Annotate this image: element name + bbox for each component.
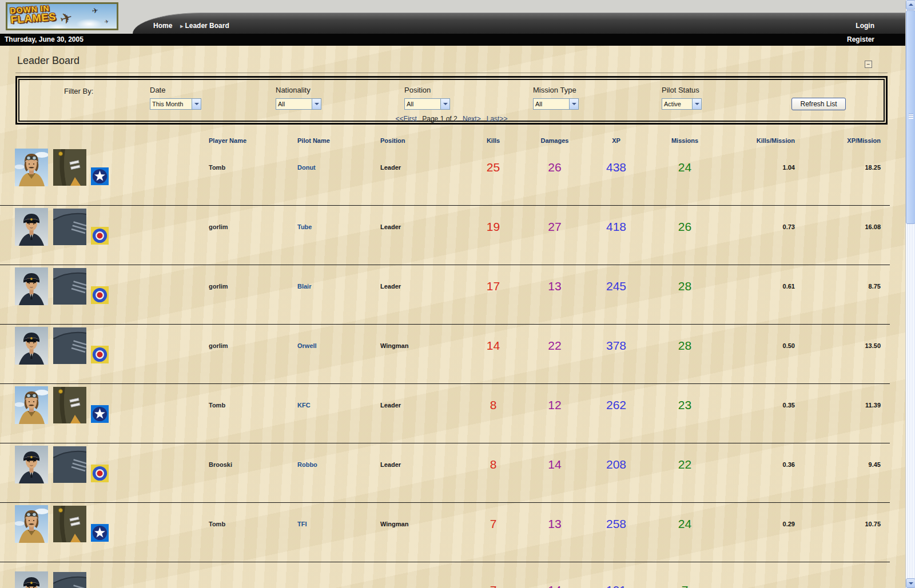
pilot-images — [0, 571, 194, 588]
current-date: Thursday, June 30, 2005 — [5, 34, 83, 46]
scrollbar-up-button[interactable] — [906, 0, 915, 10]
nationality-badge-icon — [91, 524, 109, 542]
mission-type-select-value: All — [534, 101, 569, 107]
kills-per-mission-value: 0.35 — [718, 386, 795, 424]
scrollbar-thumb[interactable] — [906, 10, 915, 224]
pilot-name[interactable]: Orwell — [283, 327, 366, 365]
uniform-image — [53, 327, 86, 364]
player-name: gorlim — [194, 267, 283, 305]
column-header-damages: Damages — [529, 137, 580, 144]
xp-value: 418 — [580, 208, 652, 246]
position-value: Wingman — [366, 505, 458, 543]
pilot-portrait — [15, 149, 48, 186]
column-header-kills: Kills — [458, 137, 529, 144]
xp-value: 262 — [580, 386, 652, 424]
missions-value: 23 — [652, 386, 718, 424]
column-header-missions: Missions — [652, 137, 718, 144]
pagination: <<First Page 1 of 2 Next> Last>> — [19, 115, 884, 123]
xp-per-mission-value: 13.50 — [795, 327, 881, 365]
date-bar: Thursday, June 30, 2005 Register — [0, 34, 905, 46]
pilot-portrait — [15, 327, 48, 365]
uniform-image — [53, 268, 86, 305]
nationality-select[interactable]: All — [276, 98, 321, 110]
breadcrumb-arrow-icon: ▸ — [180, 23, 183, 29]
nationality-select-value: All — [276, 101, 312, 107]
position-value: Leader — [366, 386, 458, 424]
xp-per-mission-value: 8.75 — [795, 267, 881, 305]
pilot-images — [0, 149, 194, 186]
pilot-portrait — [15, 208, 48, 246]
pilot-name[interactable]: Tube — [283, 208, 366, 246]
refresh-list-button[interactable]: Refresh List — [791, 98, 846, 110]
login-link[interactable]: Login — [856, 22, 874, 30]
date-filter-label: Date — [150, 86, 201, 94]
leaderboard-rows: Tomb Donut Leader 25 26 438 24 1.04 18.2… — [0, 146, 890, 588]
table-row: Tomb TFI Wingman 7 13 258 24 0.29 10.75 — [0, 503, 890, 562]
collapse-panel-button[interactable]: − — [865, 61, 872, 68]
missions-value: 24 — [652, 505, 718, 543]
pilot-images — [0, 327, 194, 365]
nationality-badge-icon — [91, 346, 109, 363]
site-logo[interactable]: ✈ ✈ ✈ DOWN IN FLAMES — [6, 2, 118, 30]
position-value — [366, 571, 458, 588]
damages-value: 13 — [529, 267, 580, 305]
column-header-player-name: Player Name — [194, 137, 283, 144]
filter-group-mission-type: Mission Type All — [533, 86, 579, 110]
scrollbar-down-button[interactable] — [906, 578, 915, 588]
plane-icon: ✈ — [104, 18, 110, 25]
pagination-next-link[interactable]: Next> — [463, 115, 481, 123]
xp-per-mission-value: 9.45 — [795, 446, 881, 483]
vertical-scrollbar[interactable] — [905, 0, 915, 588]
damages-value: 26 — [529, 149, 580, 186]
position-filter-label: Position — [404, 86, 450, 94]
logo-text: DOWN IN FLAMES — [10, 3, 57, 25]
chevron-down-icon — [192, 99, 201, 109]
kills-per-mission-value — [718, 571, 795, 588]
pilot-name[interactable]: Blair — [283, 267, 366, 305]
kills-per-mission-value: 0.73 — [718, 208, 795, 246]
uniform-image — [53, 387, 86, 423]
pilot-portrait — [15, 571, 48, 588]
xp-value: 438 — [580, 149, 652, 186]
xp-value: 208 — [580, 446, 652, 483]
register-link[interactable]: Register — [847, 34, 874, 46]
missions-value: 24 — [652, 149, 718, 186]
pilot-status-select[interactable]: Active — [662, 98, 702, 110]
pilot-name[interactable] — [283, 571, 366, 588]
plane-icon: ✈ — [92, 6, 99, 15]
kills-value: 7 — [458, 571, 529, 588]
xp-per-mission-value: 18.25 — [795, 149, 881, 186]
mission-type-select[interactable]: All — [533, 98, 579, 110]
main-content: Leader Board − Filter By: Date This Mont… — [0, 46, 905, 588]
damages-value: 27 — [529, 208, 580, 246]
pilot-name[interactable]: Robbo — [283, 446, 366, 483]
pilot-name[interactable]: TFI — [283, 505, 366, 543]
pilot-name[interactable]: Donut — [283, 149, 366, 186]
kills-value: 19 — [458, 208, 529, 246]
pilot-images — [0, 267, 194, 305]
missions-value: 26 — [652, 208, 718, 246]
player-name: Brooski — [194, 446, 283, 483]
nav-home-link[interactable]: Home — [153, 22, 172, 30]
kills-value: 8 — [458, 386, 529, 424]
player-name: Tomb — [194, 149, 283, 186]
position-value: Leader — [366, 149, 458, 186]
pilot-portrait — [15, 267, 48, 305]
xp-per-mission-value: 10.75 — [795, 505, 881, 543]
column-header-pilot-name: Pilot Name — [283, 137, 366, 144]
pilot-portrait — [15, 386, 48, 424]
date-select[interactable]: This Month — [150, 98, 201, 110]
xp-per-mission-value: 16.08 — [795, 208, 881, 246]
nationality-filter-label: Nationality — [276, 86, 321, 94]
top-header: ✈ ✈ ✈ DOWN IN FLAMES Home▸Leader Board L… — [0, 0, 905, 34]
pilot-name[interactable]: KFC — [283, 386, 366, 424]
filter-group-date: Date This Month — [150, 86, 201, 110]
pagination-last-link[interactable]: Last>> — [487, 115, 508, 123]
pilot-images — [0, 505, 194, 543]
uniform-image — [53, 446, 86, 483]
page-title: Leader Board — [17, 55, 79, 67]
pagination-first-link[interactable]: <<First — [396, 115, 417, 123]
xp-per-mission-value: 11.39 — [795, 386, 881, 424]
position-select[interactable]: All — [404, 98, 450, 110]
nationality-badge-icon — [91, 286, 109, 304]
